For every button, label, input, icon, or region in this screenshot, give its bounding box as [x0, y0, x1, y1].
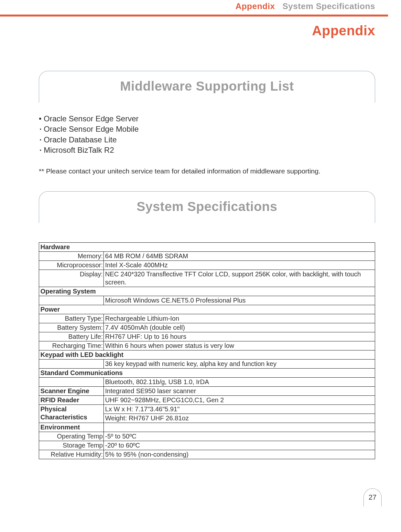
spec-section-header: Environment	[39, 423, 104, 432]
middleware-item: Microsoft BizTalk R2	[39, 145, 375, 155]
spec-section-header: Hardware	[39, 242, 375, 251]
table-row: Scanner EngineIntegrated SE950 laser sca…	[39, 386, 375, 395]
spec-section-header: RFID Reader	[39, 395, 104, 405]
middleware-item: Oracle Database Lite	[39, 135, 375, 145]
table-row: Memory:64 MB ROM / 64MB SDRAM	[39, 251, 375, 260]
spec-value: Lx W x H: 7.17"3.46"5.91"	[104, 405, 375, 414]
spec-label: Microprocessor:	[39, 260, 104, 270]
spec-value: Rechargeable Lithium-Ion	[104, 314, 375, 323]
table-row: Environment	[39, 423, 375, 432]
content-area: Middleware Supporting List Oracle Sensor…	[0, 39, 401, 459]
table-row: Operating Temp-5º to 50ºC	[39, 432, 375, 441]
spec-value: 7.4V 4050mAh (double cell)	[104, 323, 375, 332]
table-row: Relative Humidity:5% to 95% (non-condens…	[39, 450, 375, 459]
spec-value: Bluetooth, 802.11b/g, USB 1.0, IrDA	[104, 377, 375, 386]
middleware-item: Oracle Sensor Edge Mobile	[39, 124, 375, 134]
table-row: Operating System	[39, 287, 375, 296]
header-rule	[0, 15, 388, 17]
spec-label: Relative Humidity:	[39, 450, 104, 459]
table-row: Bluetooth, 802.11b/g, USB 1.0, IrDA	[39, 377, 375, 386]
header-bar: Appendix System Specifications	[0, 0, 401, 11]
middleware-banner: Middleware Supporting List	[39, 71, 375, 103]
page-number: 27	[363, 488, 382, 506]
spec-label: Battery System:	[39, 323, 104, 332]
spec-value: Intel X-Scale 400MHz	[104, 260, 375, 270]
spec-value: RH767 UHF: Up to 16 hours	[104, 332, 375, 341]
middleware-list: Oracle Sensor Edge Server Oracle Sensor …	[39, 114, 375, 156]
table-row: Battery Type:Rechargeable Lithium-Ion	[39, 314, 375, 323]
spec-value: NEC 240*320 Transflective TFT Color LCD,…	[104, 270, 375, 287]
spec-label: Display:	[39, 270, 104, 287]
spec-section-header: Scanner Engine	[39, 386, 104, 395]
spec-label: Storage Temp	[39, 441, 104, 450]
middleware-item: Oracle Sensor Edge Server	[39, 114, 375, 124]
spec-value: -5º to 50ºC	[104, 432, 375, 441]
table-row: RFID ReaderUHF 902~928MHz, EPCG1C0,C1, G…	[39, 395, 375, 405]
spec-value: Microsoft Windows CE.NET5.0 Professional…	[104, 296, 375, 305]
spec-section-header: Standard Communications	[39, 368, 375, 377]
spec-value: Within 6 hours when power status is very…	[104, 341, 375, 350]
spec-label: Battery Type:	[39, 314, 104, 323]
table-row: Hardware	[39, 242, 375, 251]
spec-section-header: Keypad with LED backlight	[39, 350, 375, 359]
middleware-footnote: ** Please contact your unitech service t…	[39, 167, 375, 175]
table-row: Recharging Time:Within 6 hours when powe…	[39, 341, 375, 350]
breadcrumb-appendix: Appendix	[235, 1, 275, 11]
spec-label	[39, 359, 104, 368]
table-row: Display:NEC 240*320 Transflective TFT Co…	[39, 270, 375, 287]
breadcrumb: Appendix System Specifications	[235, 1, 375, 11]
spec-label	[39, 377, 104, 386]
spec-value: -20º to 60ºC	[104, 441, 375, 450]
spec-label: Battery Life:	[39, 332, 104, 341]
page-title: Appendix	[0, 23, 375, 39]
table-row: Physical CharacteristicsLx W x H: 7.17"3…	[39, 405, 375, 414]
spec-value: 5% to 95% (non-condensing)	[104, 450, 375, 459]
table-row: Keypad with LED backlight	[39, 350, 375, 359]
spec-value: Weight: RH767 UHF 26.81oz	[104, 414, 375, 423]
table-row: Battery Life:RH767 UHF: Up to 16 hours	[39, 332, 375, 341]
table-row: Microprocessor:Intel X-Scale 400MHz	[39, 260, 375, 270]
spec-label: Memory:	[39, 251, 104, 260]
sysspec-banner-title: System Specifications	[39, 199, 375, 214]
table-row: Battery System:7.4V 4050mAh (double cell…	[39, 323, 375, 332]
spec-section-header: Power	[39, 305, 375, 314]
table-row: Microsoft Windows CE.NET5.0 Professional…	[39, 296, 375, 305]
spec-section-header: Operating System	[39, 287, 375, 296]
sysspec-banner: System Specifications	[39, 191, 375, 223]
spec-table: Hardware Memory:64 MB ROM / 64MB SDRAM M…	[39, 242, 375, 459]
spec-value	[104, 423, 375, 432]
page-number-wrap: 27	[0, 488, 401, 506]
table-row: Power	[39, 305, 375, 314]
spec-value: 64 MB ROM / 64MB SDRAM	[104, 251, 375, 260]
spec-label	[39, 296, 104, 305]
table-row: 36 key keypad with numeric key, alpha ke…	[39, 359, 375, 368]
spec-value: UHF 902~928MHz, EPCG1C0,C1, Gen 2	[104, 395, 375, 405]
table-row: Standard Communications	[39, 368, 375, 377]
spec-section-header: Physical Characteristics	[39, 405, 104, 423]
spec-value: 36 key keypad with numeric key, alpha ke…	[104, 359, 375, 368]
table-row: Storage Temp-20º to 60ºC	[39, 441, 375, 450]
breadcrumb-sysspec: System Specifications	[283, 1, 375, 11]
spec-label: Recharging Time:	[39, 341, 104, 350]
spec-value: Integrated SE950 laser scanner	[104, 386, 375, 395]
middleware-banner-title: Middleware Supporting List	[39, 79, 375, 94]
spec-label: Operating Temp	[39, 432, 104, 441]
